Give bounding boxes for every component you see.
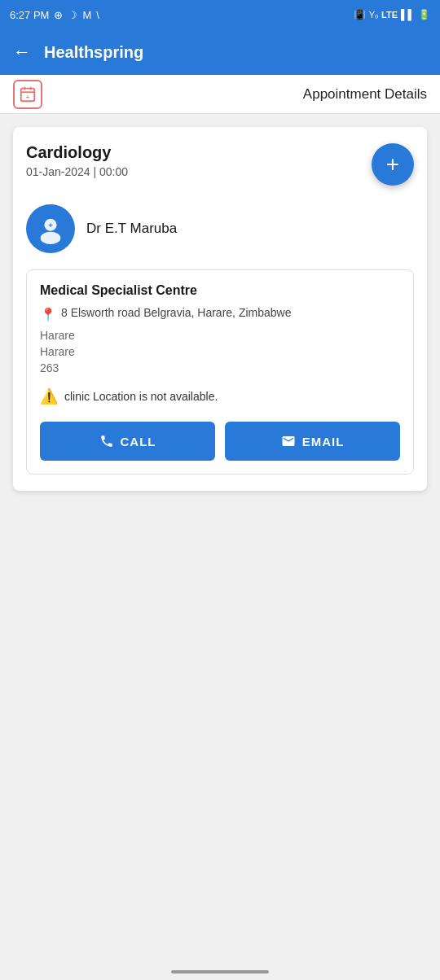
card-header-row: Cardiology 01-Jan-2024 | 00:00 + [26,143,414,191]
clinic-name: Medical Specialist Centre [40,283,400,298]
mail-icon: M [82,9,91,21]
lte-icon: LTE [381,10,398,20]
main-content: Cardiology 01-Jan-2024 | 00:00 + + Dr E.… [0,114,440,980]
email-button[interactable]: EMAIL [225,422,400,461]
phone-icon [99,434,114,448]
status-bar: 6:27 PM ⊕ ☽ M \ 📳 Y₀ LTE ▌▌ 🔋 [0,0,440,29]
card-header-info: Cardiology 01-Jan-2024 | 00:00 [26,143,128,191]
clinic-country-code: 263 [40,361,400,374]
svg-text:+: + [26,93,29,100]
status-right: 📳 Y₀ LTE ▌▌ 🔋 [354,9,430,20]
battery-icon: 🔋 [418,9,430,20]
signal-bars-icon: ▌▌ [401,9,415,20]
email-label: EMAIL [302,435,345,448]
back-button[interactable]: ← [13,42,31,63]
svg-point-6 [41,232,61,244]
antenna-icon: \ [96,9,99,21]
vibrate-icon: 📳 [354,9,366,20]
clinic-address-row: 📍 8 Elsworth road Belgravia, Harare, Zim… [40,306,400,322]
location-warning-text: clinic Location is not available. [64,390,218,403]
app-title: Healthspring [44,43,143,62]
svg-text:+: + [48,221,53,230]
sub-header: + Appointment Details [0,75,440,114]
warning-icon: ⚠️ [40,387,58,405]
status-left: 6:27 PM ⊕ ☽ M \ [10,9,99,21]
action-buttons: CALL EMAIL [40,422,400,461]
add-appointment-button[interactable]: + [372,143,414,186]
time-label: 6:27 PM [10,9,49,21]
doctor-avatar: + [26,204,75,253]
appointment-icon: + [13,80,42,109]
page-title: Appointment Details [303,86,427,103]
call-button[interactable]: CALL [40,422,215,461]
specialty-label: Cardiology [26,143,128,162]
moon-icon: ☽ [68,9,77,21]
clinic-city1: Harare [40,329,400,342]
clinic-card: Medical Specialist Centre 📍 8 Elsworth r… [26,269,414,475]
app-bar: ← Healthspring [0,29,440,75]
signal-y-icon: Y₀ [369,10,378,20]
clinic-city2: Harare [40,345,400,358]
appointment-card: Cardiology 01-Jan-2024 | 00:00 + + Dr E.… [13,127,427,491]
location-icon: 📍 [40,307,56,322]
datetime-label: 01-Jan-2024 | 00:00 [26,165,128,178]
home-indicator [171,970,269,973]
alarm-icon: ⊕ [54,9,63,21]
doctor-row: + Dr E.T Maruba [26,204,414,253]
call-label: CALL [121,435,156,448]
clinic-address: 8 Elsworth road Belgravia, Harare, Zimba… [61,306,291,319]
email-icon [281,434,296,448]
doctor-name: Dr E.T Maruba [86,221,177,237]
location-warning-row: ⚠️ clinic Location is not available. [40,387,400,405]
